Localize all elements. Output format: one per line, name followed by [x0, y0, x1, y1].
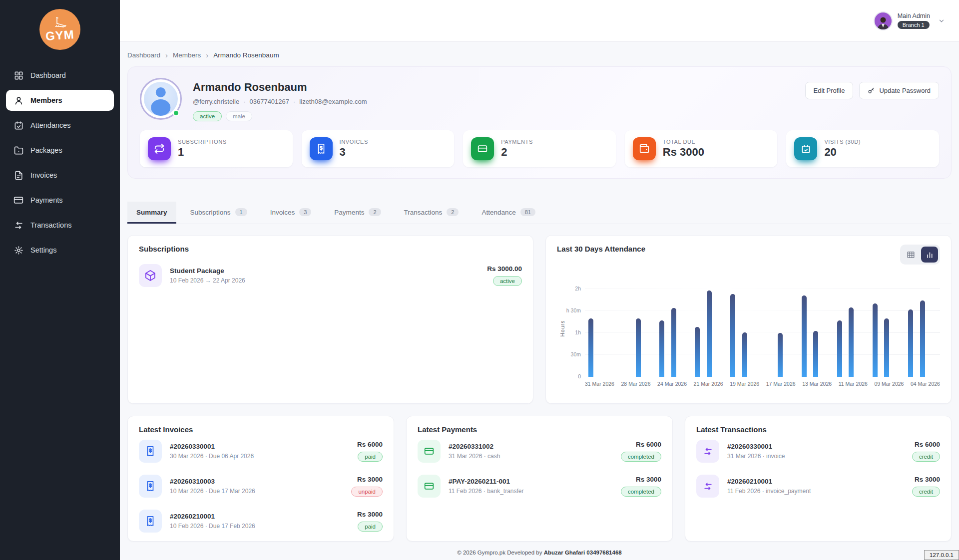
payment-id: #20260331002 [449, 443, 613, 450]
attendance-bar[interactable] [659, 320, 664, 377]
payment-item[interactable]: #20260331002 31 Mar 2026 · cash Rs 6000 … [418, 434, 661, 469]
sidebar-item[interactable]: Payments [6, 190, 114, 211]
key-icon [868, 87, 875, 94]
attendance-bar[interactable] [849, 307, 854, 377]
tab-count-badge: 2 [369, 208, 381, 216]
swap-icon [13, 220, 23, 230]
transaction-item[interactable]: #20260330001 31 Mar 2026 · invoice Rs 60… [696, 434, 940, 469]
member-contact: @ferry.christelle · 03677401267 · lizeth… [193, 98, 794, 105]
user-meta: Main Admin Branch 1 [898, 12, 930, 29]
attendance-bar[interactable] [730, 294, 735, 377]
tab[interactable]: Summary [127, 202, 176, 224]
tab[interactable]: Payments 2 [325, 202, 390, 224]
user-name: Main Admin [898, 12, 930, 19]
chart-bar-slot [822, 280, 834, 377]
tab[interactable]: Attendance 81 [473, 202, 544, 224]
bar-chart-view-icon[interactable] [921, 247, 938, 263]
profile-actions: Edit Profile Update Password [805, 78, 940, 99]
chart-bar-slot [668, 280, 680, 377]
stat-value: 3 [340, 146, 368, 159]
chart-bar-slot [608, 280, 620, 377]
sidebar-item[interactable]: Invoices [6, 165, 114, 186]
attendance-bar[interactable] [813, 331, 818, 377]
calendar-check-icon [794, 137, 817, 160]
attendance-bar[interactable] [837, 320, 842, 377]
stat-value: 20 [824, 146, 861, 159]
gym-logo[interactable]: GYM [39, 9, 80, 50]
chart-bar-slot [691, 280, 703, 377]
profile-card: Armando Rosenbaum @ferry.christelle · 03… [127, 66, 952, 179]
breadcrumb-item[interactable]: Dashboard› [127, 51, 168, 59]
attendance-bar[interactable] [636, 318, 641, 377]
chart-bar-slot [869, 280, 881, 377]
attendance-bar[interactable] [588, 318, 593, 377]
latest-payments-card: Latest Payments #20260331002 31 Mar 2026… [406, 416, 673, 542]
attendance-bar[interactable] [742, 332, 747, 377]
attendance-bar[interactable] [920, 300, 925, 377]
sidebar-item[interactable]: Transactions [6, 215, 114, 236]
breadcrumb-item[interactable]: Members› [173, 51, 208, 59]
tab[interactable]: Subscriptions 1 [181, 202, 256, 224]
invoice-item[interactable]: #20260210001 10 Feb 2026 · Due 17 Feb 20… [139, 504, 383, 539]
x-axis-tick: 21 Mar 2026 [694, 381, 723, 387]
tab-count-badge: 2 [447, 208, 459, 216]
edit-profile-button[interactable]: Edit Profile [805, 82, 854, 99]
subscription-item[interactable]: Student Package 10 Feb 2026 → 22 Apr 202… [139, 258, 522, 293]
sidebar-item[interactable]: Packages [6, 140, 114, 161]
sidebar-item[interactable]: Attendances [6, 115, 114, 136]
user-menu[interactable]: Main Admin Branch 1 [874, 11, 945, 30]
folder-icon [13, 145, 23, 155]
stat-label: PAYMENTS [501, 139, 533, 145]
breadcrumb-item[interactable]: Armando Rosenbaum› [213, 51, 279, 59]
attendance-bar[interactable] [908, 309, 913, 377]
stat-card[interactable]: VISITS (30D) 20 [786, 130, 939, 167]
tabs: Summary Subscriptions 1 Invoices 3 Payme… [127, 202, 952, 224]
attendance-bar[interactable] [884, 318, 889, 377]
attendance-bar[interactable] [802, 295, 807, 377]
stat-card[interactable]: INVOICES 3 [302, 130, 455, 167]
attendance-chart-card: Last 30 Days Attendance Hours [545, 235, 952, 404]
transaction-id: #20260330001 [727, 443, 904, 450]
stat-card[interactable]: SUBSCRIPTIONS 1 [140, 130, 293, 167]
attendance-bar[interactable] [778, 333, 783, 377]
invoice-item[interactable]: #20260330001 30 Mar 2026 · Due 06 Apr 20… [139, 434, 383, 469]
invoice-amount: Rs 3000 [357, 511, 383, 518]
logo-text: GYM [45, 27, 74, 43]
chart-bar-slot [845, 280, 857, 377]
status-badge: active [193, 111, 222, 121]
attendance-x-labels: 31 Mar 202628 Mar 202624 Mar 202621 Mar … [585, 381, 940, 387]
subscriptions-title: Subscriptions [139, 245, 522, 253]
stat-card[interactable]: PAYMENTS 2 [463, 130, 616, 167]
latest-transactions-title: Latest Transactions [696, 425, 940, 434]
invoice-dates: 30 Mar 2026 · Due 06 Apr 2026 [170, 453, 349, 460]
transaction-item[interactable]: #20260210001 11 Feb 2026 · invoice_payme… [696, 469, 940, 504]
attendance-chart: Hours 2hh 30m1h30m0 [557, 280, 940, 377]
attendance-bar[interactable] [707, 290, 712, 377]
attendance-bar[interactable] [695, 327, 700, 377]
tab[interactable]: Transactions 2 [395, 202, 468, 224]
profile-info: Armando Rosenbaum @ferry.christelle · 03… [193, 78, 794, 121]
table-view-icon[interactable] [902, 247, 919, 263]
invoice-id: #20260210001 [170, 513, 349, 520]
attendance-bar[interactable] [873, 303, 878, 377]
chart-bar-slot [881, 280, 893, 377]
payment-item[interactable]: #PAY-20260211-001 11 Feb 2026 · bank_tra… [418, 469, 661, 504]
package-icon [139, 264, 162, 287]
sidebar-item[interactable]: Dashboard [6, 65, 114, 86]
update-password-button[interactable]: Update Password [859, 82, 939, 99]
stat-card[interactable]: TOTAL DUE Rs 3000 [625, 130, 778, 167]
tab[interactable]: Invoices 3 [261, 202, 321, 224]
credit-card-icon [13, 195, 23, 205]
online-status-dot [173, 110, 179, 116]
invoice-item[interactable]: #20260310003 10 Mar 2026 · Due 17 Mar 20… [139, 469, 383, 504]
chart-bar-slot [857, 280, 869, 377]
x-axis-tick: 13 Mar 2026 [802, 381, 832, 387]
sidebar-item[interactable]: Settings [6, 240, 114, 261]
chart-bar-slot [774, 280, 786, 377]
receipt-icon [139, 475, 162, 498]
chart-bar-slot [834, 280, 846, 377]
attendance-bar[interactable] [671, 308, 676, 377]
users-icon [13, 95, 23, 105]
attendance-chart-title: Last 30 Days Attendance [557, 245, 645, 253]
sidebar-item[interactable]: Members [6, 90, 114, 111]
